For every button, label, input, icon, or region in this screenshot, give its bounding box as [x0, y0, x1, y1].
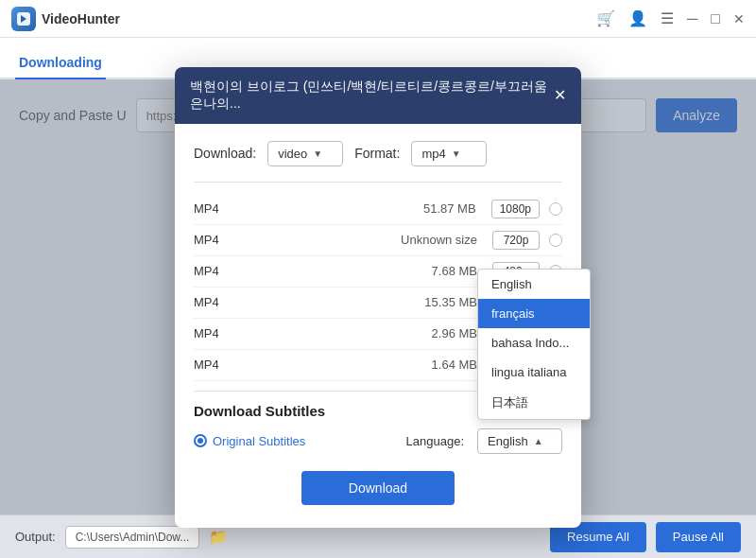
modal-close-button[interactable]: ✕	[554, 88, 566, 103]
menu-icon[interactable]: ☰	[661, 9, 674, 27]
folder-icon[interactable]: 📁	[209, 528, 228, 546]
language-selected-value: English	[488, 434, 528, 448]
language-dropdown: English français bahasa Indo... lingua i…	[477, 269, 591, 420]
format-size-5: 1.64 MB	[241, 357, 492, 372]
format-type-0: MP4	[194, 201, 241, 216]
format-value: mp4	[421, 147, 445, 161]
divider-1	[194, 182, 562, 183]
radio-1[interactable]	[549, 234, 562, 247]
quality-badge-1: 720p	[492, 231, 540, 250]
pause-all-button[interactable]: Pause All	[656, 522, 741, 552]
download-button[interactable]: Download	[301, 471, 455, 505]
output-path: C:\Users\Admin\Dow...	[65, 526, 200, 549]
lang-option-japanese[interactable]: 日本語	[478, 387, 590, 419]
table-row: MP4 51.87 MB 1080p	[194, 194, 562, 225]
table-row: MP4 Unknown size 720p	[194, 225, 562, 256]
format-size-2: 7.68 MB	[241, 264, 492, 278]
language-label: Language:	[406, 434, 464, 448]
main-content: Copy and Paste U Analyze 백현이의 브이로그 (민쓰티/…	[0, 79, 756, 514]
language-select-box[interactable]: English ▲	[477, 428, 562, 454]
subtitle-row: Original Subtitles Language: English ▲	[194, 428, 562, 454]
radio-0[interactable]	[549, 202, 562, 216]
maximize-icon[interactable]: □	[711, 10, 720, 27]
logo-icon	[11, 7, 36, 31]
modal-title: 백현이의 브이로그 (민쓰티/백현/티르티르/콩르콩르/부끄러움은나의...	[190, 78, 554, 113]
lang-option-italiana[interactable]: lingua italiana	[478, 357, 590, 387]
chevron-up-icon: ▲	[534, 436, 543, 446]
title-bar: VideoHunter 🛒 👤 ☰ ─ □ ✕	[0, 0, 756, 38]
app-title: VideoHunter	[42, 11, 120, 26]
format-select[interactable]: mp4 ▼	[411, 141, 487, 166]
format-type-3: MP4	[194, 295, 241, 309]
format-size-0: 51.87 MB	[241, 201, 491, 216]
format-size-3: 15.35 MB	[241, 295, 492, 309]
lang-option-francais[interactable]: français	[478, 299, 590, 328]
format-type-4: MP4	[194, 326, 241, 340]
format-type-1: MP4	[194, 233, 241, 247]
user-icon[interactable]: 👤	[628, 9, 647, 27]
download-type-select[interactable]: video ▼	[267, 141, 343, 166]
window-controls: 🛒 👤 ☰ ─ □ ✕	[596, 9, 745, 27]
tab-downloading[interactable]: Downloading	[15, 45, 106, 79]
modal-overlay: 백현이의 브이로그 (민쓰티/백현/티르티르/콩르콩르/부끄러움은나의... ✕…	[0, 79, 756, 514]
language-select-container: English ▲ English français bahasa Indo..…	[477, 428, 562, 454]
output-label: Output:	[15, 530, 56, 544]
format-type-5: MP4	[194, 357, 241, 372]
radio-inner-dot	[198, 438, 203, 444]
download-btn-row: Download	[194, 471, 562, 505]
original-subtitles-option[interactable]: Original Subtitles	[194, 434, 305, 448]
format-type-2: MP4	[194, 264, 241, 278]
download-modal: 백현이의 브이로그 (민쓰티/백현/티르티르/콩르콩르/부끄러움은나의... ✕…	[175, 67, 581, 528]
app-logo: VideoHunter	[11, 7, 120, 31]
format-label: Format:	[354, 146, 400, 161]
quality-badge-0: 1080p	[491, 200, 540, 218]
original-subtitles-radio[interactable]	[194, 434, 207, 447]
modal-body: Download: video ▼ Format: mp4 ▼	[175, 124, 581, 528]
window-close-icon[interactable]: ✕	[733, 11, 745, 26]
lang-option-english[interactable]: English	[478, 270, 590, 299]
app-window: VideoHunter 🛒 👤 ☰ ─ □ ✕ Downloading Copy…	[0, 0, 756, 558]
download-type-value: video	[278, 147, 307, 161]
original-subtitles-label: Original Subtitles	[213, 434, 305, 448]
format-size-4: 2.96 MB	[241, 326, 492, 340]
lang-option-bahasa[interactable]: bahasa Indo...	[478, 328, 590, 357]
cart-icon[interactable]: 🛒	[596, 9, 615, 27]
modal-header: 백현이의 브이로그 (민쓰티/백현/티르티르/콩르콩르/부끄러움은나의... ✕	[175, 67, 581, 124]
chevron-down-icon: ▼	[313, 148, 322, 159]
subtitle-section: Download Subtitles Original Subtitles La…	[194, 403, 562, 454]
chevron-down-icon-2: ▼	[452, 148, 461, 159]
download-format-row: Download: video ▼ Format: mp4 ▼	[194, 141, 562, 166]
download-label: Download:	[194, 146, 256, 161]
format-size-1: Unknown size	[241, 233, 492, 247]
minimize-icon[interactable]: ─	[687, 10, 697, 27]
